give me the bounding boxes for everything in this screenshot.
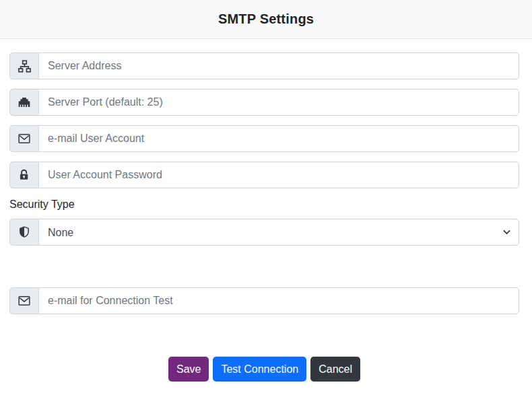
sitemap-icon [18,59,32,73]
ethernet-icon [18,96,31,109]
security-type-label: Security Type [9,198,519,211]
save-button[interactable]: Save [168,357,209,382]
email-account-group [9,125,519,152]
envelope-icon [18,132,31,145]
security-type-addon [9,219,39,246]
test-connection-button[interactable]: Test Connection [213,357,306,382]
envelope-icon [18,294,31,308]
server-port-group [9,89,519,116]
test-email-group [9,287,519,314]
server-address-input[interactable] [39,52,519,79]
security-type-group: None [9,219,519,246]
server-port-addon [9,89,39,116]
page-title: SMTP Settings [218,11,314,27]
action-button-row: Save Test Connection Cancel [9,357,519,382]
password-addon [9,161,39,188]
smtp-settings-form: Security Type None [0,39,532,382]
server-port-input[interactable] [39,89,519,116]
security-type-select[interactable]: None [39,219,519,246]
unlock-icon [18,168,31,182]
security-type-select-wrap: None [39,219,519,246]
email-account-input[interactable] [39,125,519,152]
test-email-addon [9,287,39,314]
shield-half-icon [18,225,31,239]
password-input[interactable] [39,161,519,188]
settings-header: SMTP Settings [0,0,532,39]
server-address-addon [9,52,39,79]
email-account-addon [9,125,39,152]
cancel-button[interactable]: Cancel [310,357,360,382]
server-address-group [9,52,519,79]
password-group [9,161,519,188]
test-email-input[interactable] [39,287,519,314]
